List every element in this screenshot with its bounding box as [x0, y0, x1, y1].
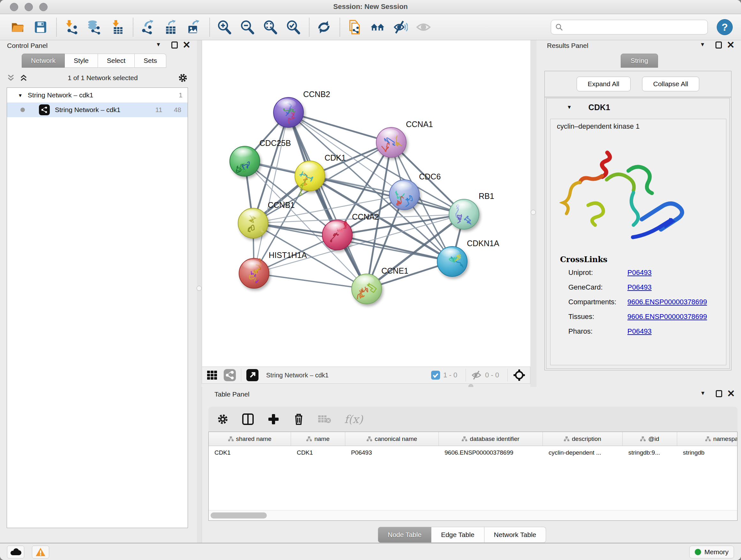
- show-all-button[interactable]: [414, 18, 433, 37]
- panel-float-icon[interactable]: [172, 42, 178, 49]
- panel-menu-icon[interactable]: ▼: [700, 390, 705, 396]
- network-from-selection-button[interactable]: [345, 18, 364, 37]
- column-header[interactable]: shared name: [209, 432, 291, 446]
- hidden-eye-icon[interactable]: [471, 370, 482, 381]
- toolbar-separator: [340, 18, 340, 37]
- tab-sets[interactable]: Sets: [135, 54, 166, 68]
- memory-button[interactable]: Memory: [689, 546, 734, 558]
- table-cell[interactable]: CDK1: [291, 446, 345, 460]
- column-header[interactable]: canonical name: [345, 432, 439, 446]
- network-node-rb1[interactable]: RB1: [449, 192, 494, 229]
- table-cell[interactable]: stringdb: [677, 446, 738, 460]
- show-columns-icon[interactable]: [242, 413, 254, 426]
- horizontal-scrollbar[interactable]: [209, 510, 737, 520]
- crosslink-link[interactable]: P06493: [627, 327, 652, 335]
- tab-select[interactable]: Select: [98, 54, 135, 68]
- tab-edge-table[interactable]: Edge Table: [431, 527, 484, 543]
- network-node-ccnb1[interactable]: CCNB1: [238, 200, 295, 238]
- table-settings-gear-icon[interactable]: [217, 413, 229, 425]
- column-header[interactable]: namespace: [677, 432, 738, 446]
- scrollbar-thumb[interactable]: [211, 512, 267, 518]
- birdseye-grid-icon[interactable]: [206, 369, 218, 381]
- tree-expander-icon[interactable]: ▼: [18, 92, 23, 98]
- table-cell[interactable]: cyclin-dependent ...: [543, 446, 623, 460]
- panel-close-icon[interactable]: ✕: [727, 42, 735, 49]
- panel-menu-icon[interactable]: ▼: [700, 42, 705, 48]
- table-cell[interactable]: 9606.ENSP00000378699: [439, 446, 543, 460]
- import-network-from-file-button[interactable]: [62, 18, 80, 37]
- search-input[interactable]: [563, 23, 704, 31]
- import-network-from-database-button[interactable]: [85, 18, 104, 37]
- network-edge[interactable]: [288, 112, 391, 142]
- zoom-out-button[interactable]: [238, 18, 257, 37]
- export-table-button[interactable]: [161, 18, 180, 37]
- tab-style[interactable]: Style: [65, 54, 98, 68]
- zoom-fit-button[interactable]: [261, 18, 280, 37]
- export-image-button[interactable]: [185, 18, 203, 37]
- network-options-gear-icon[interactable]: [178, 73, 188, 83]
- expand-all-button[interactable]: Expand All: [577, 77, 630, 91]
- cloud-status-button[interactable]: [7, 546, 24, 558]
- expand-all-icon[interactable]: [19, 74, 28, 82]
- open-in-window-icon[interactable]: [246, 369, 259, 381]
- network-node-hist1h1a[interactable]: HIST1H1A: [239, 251, 307, 288]
- crosslink-link[interactable]: P06493: [627, 268, 652, 277]
- tab-node-table[interactable]: Node Table: [378, 527, 431, 543]
- table-cell[interactable]: P06493: [345, 446, 439, 460]
- protein-header-row[interactable]: ▼ CDK1: [546, 98, 730, 116]
- network-edge[interactable]: [254, 273, 367, 289]
- search-field[interactable]: [551, 20, 708, 35]
- tab-network-table[interactable]: Network Table: [484, 527, 546, 543]
- column-header[interactable]: name: [291, 432, 345, 446]
- section-expander-icon[interactable]: ▼: [567, 105, 572, 110]
- panel-float-icon[interactable]: [716, 42, 722, 49]
- table-cell[interactable]: CDK1: [209, 446, 291, 460]
- crosslink-link[interactable]: P06493: [627, 283, 652, 292]
- zoom-selected-button[interactable]: [284, 18, 302, 37]
- pan-crosshair-icon[interactable]: [513, 369, 526, 381]
- network-edge[interactable]: [254, 112, 288, 273]
- left-divider-handle[interactable]: [197, 286, 202, 291]
- crosslink-link[interactable]: 9606.ENSP00000378699: [627, 298, 707, 306]
- add-column-icon[interactable]: [267, 413, 280, 426]
- panel-close-icon[interactable]: ✕: [183, 42, 191, 49]
- hide-selected-button[interactable]: [391, 18, 410, 37]
- column-header[interactable]: @id: [623, 432, 677, 446]
- collapse-all-button[interactable]: Collapse All: [642, 77, 699, 91]
- export-network-button[interactable]: [138, 18, 157, 37]
- network-node-ccna1[interactable]: CCNA1: [376, 120, 433, 158]
- network-node-cdkn1a[interactable]: CDKN1A: [437, 239, 499, 276]
- tab-network[interactable]: Network: [22, 54, 65, 68]
- network-canvas[interactable]: CCNB2CCNA1CDC25BCDK1CDC6RB1CCNB1CCNA2CDK…: [202, 40, 530, 367]
- table-cell[interactable]: stringdb:9...: [623, 446, 677, 460]
- network-row-selected[interactable]: String Network – cdk1 11 48: [7, 103, 188, 117]
- panel-menu-icon[interactable]: ▼: [156, 42, 161, 48]
- title-bar[interactable]: Session: New Session: [0, 0, 741, 14]
- first-neighbors-button[interactable]: [368, 18, 387, 37]
- network-overview-icon[interactable]: [224, 369, 236, 381]
- save-session-button[interactable]: [31, 18, 50, 37]
- column-header[interactable]: description: [543, 432, 623, 446]
- panel-float-icon[interactable]: [716, 390, 722, 397]
- right-divider-handle[interactable]: [531, 210, 536, 215]
- network-node-ccne1[interactable]: CCNE1: [352, 266, 408, 304]
- left-panel-divider[interactable]: [197, 40, 202, 548]
- import-table-button[interactable]: [108, 18, 126, 37]
- tab-string[interactable]: String: [621, 54, 658, 68]
- node-label: CCNB2: [303, 90, 330, 99]
- warning-status-button[interactable]: [32, 546, 49, 558]
- open-session-button[interactable]: [8, 18, 27, 37]
- refresh-network-button[interactable]: [315, 18, 333, 37]
- crosslink-link[interactable]: 9606.ENSP00000378699: [627, 313, 707, 321]
- table-row[interactable]: CDK1CDK1P064939606.ENSP00000378699cyclin…: [209, 446, 737, 460]
- collapse-all-icon[interactable]: [7, 74, 15, 82]
- column-header[interactable]: database identifier: [439, 432, 543, 446]
- network-edge[interactable]: [288, 112, 367, 289]
- network-collection-row[interactable]: ▼ String Network – cdk1 1: [7, 88, 188, 103]
- help-button[interactable]: ?: [717, 19, 733, 35]
- selected-checkbox-icon[interactable]: [431, 371, 440, 380]
- network-edge[interactable]: [337, 235, 452, 261]
- panel-close-icon[interactable]: ✕: [727, 390, 735, 397]
- delete-column-icon[interactable]: [293, 413, 305, 426]
- zoom-in-button[interactable]: [215, 18, 233, 37]
